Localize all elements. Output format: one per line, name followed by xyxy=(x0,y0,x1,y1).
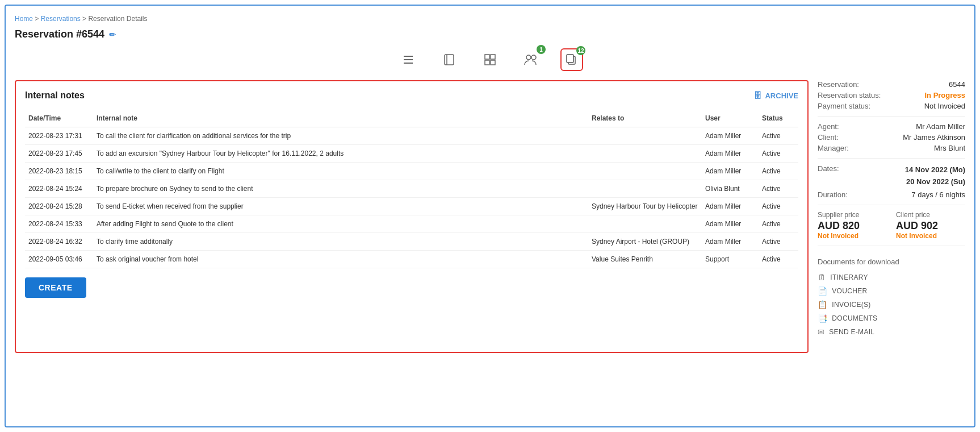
main-content: Internal notes 🗄 ARCHIVE Date/Time Inter… xyxy=(15,80,965,353)
cell-user: Adam Miller xyxy=(702,145,759,163)
notes-table: Date/Time Internal note Relates to User … xyxy=(25,110,798,268)
svg-rect-6 xyxy=(491,55,495,59)
cell-status: Active xyxy=(759,163,798,180)
breadcrumb-current: Reservation Details xyxy=(88,15,147,23)
cell-user: Adam Miller xyxy=(702,163,759,180)
supplier-price-col: Supplier price AUD 820 Not Invoiced xyxy=(818,211,887,240)
docs-section: Documents for download 🗓ITINERARY📄VOUCHE… xyxy=(818,257,965,339)
manager-value: Mrs Blunt xyxy=(934,144,965,152)
info-row-agent: Agent: Mr Adam Miller xyxy=(818,122,965,131)
table-row: 2022-08-23 18:15 To call/write to the cl… xyxy=(25,163,798,180)
cell-relates: Sydney Airport - Hotel (GROUP) xyxy=(588,233,702,251)
col-header-datetime: Date/Time xyxy=(25,110,93,127)
cell-user: Adam Miller xyxy=(702,233,759,251)
info-row-dates: Dates: 14 Nov 2022 (Mo) 20 Nov 2022 (Su) xyxy=(818,164,965,188)
svg-rect-7 xyxy=(485,60,489,65)
archive-label: ARCHIVE xyxy=(765,92,798,100)
table-row: 2022-08-24 16:32 To clarify time additon… xyxy=(25,233,798,251)
svg-point-9 xyxy=(526,55,531,60)
agent-value: Mr Adam Miller xyxy=(916,122,965,131)
svg-rect-5 xyxy=(485,55,489,59)
cell-note: After adding Flight to send Quote to the… xyxy=(93,215,588,233)
client-price-status: Not Invoiced xyxy=(896,232,965,240)
client-price-col: Client price AUD 902 Not Invoiced xyxy=(896,211,965,240)
invoice-icon: 📋 xyxy=(818,300,827,309)
breadcrumb-reservations[interactable]: Reservations xyxy=(41,15,81,23)
doc-link-documents[interactable]: 📑DOCUMENTS xyxy=(818,311,965,325)
table-row: 2022-08-24 15:28 To send E-ticket when r… xyxy=(25,198,798,215)
cell-datetime: 2022-08-24 16:32 xyxy=(25,233,93,251)
doc-link-email[interactable]: ✉SEND E-MAIL xyxy=(818,325,965,339)
divider-4 xyxy=(818,246,965,246)
sidebar: Reservation: 6544 Reservation status: In… xyxy=(818,80,965,353)
client-label: Client: xyxy=(818,133,886,142)
toolbar-copy-btn[interactable]: 12 xyxy=(560,48,583,71)
itinerary-icon: 🗓 xyxy=(818,273,826,282)
doc-link-invoice[interactable]: 📋INVOICE(S) xyxy=(818,298,965,311)
svg-rect-3 xyxy=(445,55,454,65)
cell-relates xyxy=(588,163,702,180)
toolbar-book-btn[interactable] xyxy=(438,48,460,71)
notes-panel: Internal notes 🗄 ARCHIVE Date/Time Inter… xyxy=(15,80,809,353)
cell-note: To prepare brochure on Sydney to send to… xyxy=(93,180,588,198)
toolbar-persons-btn[interactable]: 1 xyxy=(520,48,542,71)
documents-label: DOCUMENTS xyxy=(832,314,877,322)
divider-1 xyxy=(818,116,965,117)
cell-relates xyxy=(588,127,702,145)
dates-start: 14 Nov 2022 (Mo) xyxy=(905,165,965,174)
breadcrumb-home[interactable]: Home xyxy=(15,15,33,23)
voucher-label: VOUCHER xyxy=(832,287,867,295)
dates-value: 14 Nov 2022 (Mo) 20 Nov 2022 (Su) xyxy=(905,164,965,188)
email-icon: ✉ xyxy=(818,327,824,337)
client-price-value: AUD 902 xyxy=(896,220,965,232)
docs-label: Documents for download xyxy=(818,257,965,266)
info-row-res-status: Reservation status: In Progress xyxy=(818,91,965,99)
cell-relates: Value Suites Penrith xyxy=(588,251,702,268)
price-section: Supplier price AUD 820 Not Invoiced Clie… xyxy=(818,211,965,240)
breadcrumb-sep2: > xyxy=(82,15,88,23)
doc-link-itinerary[interactable]: 🗓ITINERARY xyxy=(818,271,965,284)
col-header-relates: Relates to xyxy=(588,110,702,127)
toolbar-grid-btn[interactable] xyxy=(479,48,501,71)
divider-3 xyxy=(818,205,965,205)
supplier-price-status: Not Invoiced xyxy=(818,232,887,240)
create-button[interactable]: CREATE xyxy=(25,277,86,298)
edit-icon[interactable]: ✏ xyxy=(109,30,116,39)
cell-user: Olivia Blunt xyxy=(702,180,759,198)
col-header-note: Internal note xyxy=(93,110,588,127)
cell-status: Active xyxy=(759,198,798,215)
cell-relates xyxy=(588,180,702,198)
email-label: SEND E-MAIL xyxy=(829,328,874,336)
cell-relates xyxy=(588,215,702,233)
manager-label: Manager: xyxy=(818,144,886,152)
client-price-label: Client price xyxy=(896,211,965,219)
cell-datetime: 2022-08-24 15:24 xyxy=(25,180,93,198)
dates-label: Dates: xyxy=(818,164,886,188)
doc-link-voucher[interactable]: 📄VOUCHER xyxy=(818,284,965,298)
svg-rect-12 xyxy=(567,55,573,63)
cell-note: To clarify time additonally xyxy=(93,233,588,251)
invoice-label: INVOICE(S) xyxy=(832,301,870,309)
cell-datetime: 2022-08-24 15:33 xyxy=(25,215,93,233)
itinerary-label: ITINERARY xyxy=(830,273,868,281)
cell-user: Adam Miller xyxy=(702,215,759,233)
cell-datetime: 2022-08-23 18:15 xyxy=(25,163,93,180)
cell-status: Active xyxy=(759,233,798,251)
toolbar-list-btn[interactable] xyxy=(397,48,420,71)
dates-end: 20 Nov 2022 (Su) xyxy=(906,177,965,186)
cell-user: Adam Miller xyxy=(702,127,759,145)
info-row-duration: Duration: 7 days / 6 nights xyxy=(818,190,965,199)
cell-note: To ask original voucher from hotel xyxy=(93,251,588,268)
info-row-manager: Manager: Mrs Blunt xyxy=(818,144,965,152)
toolbar: 1 12 xyxy=(15,48,965,71)
cell-status: Active xyxy=(759,215,798,233)
cell-note: To add an excursion "Sydney Harbour Tour… xyxy=(93,145,588,163)
svg-rect-8 xyxy=(491,60,495,65)
col-header-user: User xyxy=(702,110,759,127)
col-header-status: Status xyxy=(759,110,798,127)
cell-datetime: 2022-08-24 15:28 xyxy=(25,198,93,215)
table-row: 2022-08-24 15:24 To prepare brochure on … xyxy=(25,180,798,198)
table-row: 2022-08-24 15:33 After adding Flight to … xyxy=(25,215,798,233)
archive-button[interactable]: 🗄 ARCHIVE xyxy=(753,91,798,100)
agent-label: Agent: xyxy=(818,122,886,131)
